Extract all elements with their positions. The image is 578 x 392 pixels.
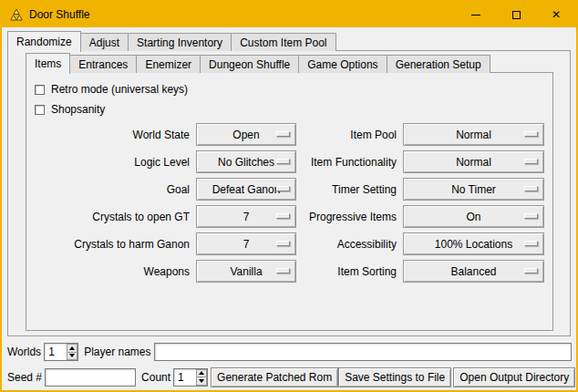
crystals-open-gt-dropdown[interactable]: 7 [196,205,296,228]
maximize-button[interactable] [496,2,536,27]
window-title: Door Shuffle [29,8,90,21]
world-state-value: Open [232,129,259,141]
spin-up-icon [199,371,204,375]
minimize-button[interactable] [456,2,496,27]
seed-row: Seed # Count Generate Patched Rom Save S… [7,366,572,387]
app-icon [9,7,24,22]
count-spin-down-button[interactable] [196,377,207,386]
tab-adjust[interactable]: Adjust [80,33,129,51]
count-spinbox [173,368,208,387]
checkbox-box [35,85,45,95]
item-pool-dropdown[interactable]: Normal [403,123,544,146]
timer-setting-dropdown[interactable]: No Timer [403,178,544,201]
count-label: Count [141,371,170,384]
world-state-label: World State [35,129,190,141]
weapons-label: Weapons [35,265,190,278]
retro-mode-label: Retro mode (universal keys) [51,83,188,96]
progressive-items-value: On [466,211,480,223]
worlds-label: Worlds [7,346,41,358]
item-pool-label: Item Pool [303,129,397,141]
goal-value: Defeat Ganon [212,183,281,196]
crystals-harm-ganon-dropdown[interactable]: 7 [196,232,296,255]
crystals-open-gt-value: 7 [243,211,250,223]
titlebar: Door Shuffle ✕ [2,2,576,27]
spin-down-icon [199,379,204,383]
accessibility-value: 100% Locations [435,238,512,251]
close-button[interactable]: ✕ [536,2,576,27]
dropdown-indicator [524,159,538,164]
dropdown-indicator [524,268,538,273]
accessibility-label: Accessibility [303,238,397,251]
progressive-items-label: Progressive Items [303,211,397,223]
crystals-harm-ganon-value: 7 [243,238,250,251]
spin-buttons [67,344,77,360]
item-functionality-label: Item Functionality [303,156,397,169]
logic-level-dropdown[interactable]: No Glitches [196,150,296,173]
player-names-input[interactable] [154,343,573,361]
item-functionality-dropdown[interactable]: Normal [403,150,544,173]
goal-label: Goal [35,183,190,196]
tab-custom-item-pool[interactable]: Custom Item Pool [231,33,335,51]
timer-setting-label: Timer Setting [303,183,397,196]
item-functionality-value: Normal [456,156,491,169]
weapons-value: Vanilla [230,265,262,278]
seed-input[interactable] [45,368,136,387]
open-output-directory-button[interactable]: Open Output Directory [453,367,575,387]
dropdown-indicator [524,241,538,246]
dropdown-indicator [276,241,290,246]
tab-starting-inventory[interactable]: Starting Inventory [128,33,232,51]
window-controls: ✕ [456,2,576,27]
main-tab-bar: Randomize Adjust Starting Inventory Cust… [7,31,335,51]
accessibility-dropdown[interactable]: 100% Locations [403,232,544,255]
client-area: Randomize Adjust Starting Inventory Cust… [2,27,576,390]
seed-label: Seed # [7,371,42,384]
subtab-enemizer[interactable]: Enemizer [136,55,201,73]
retro-mode-checkbox[interactable]: Retro mode (universal keys) [35,79,544,99]
item-sorting-dropdown[interactable]: Balanced [403,260,544,283]
item-pool-value: Normal [456,129,491,141]
timer-setting-value: No Timer [451,183,496,196]
logic-level-label: Logic Level [35,156,190,169]
worlds-spinbox [44,343,78,361]
subtab-entrances[interactable]: Entrances [69,55,137,73]
subtab-game-options[interactable]: Game Options [298,55,387,73]
spin-up-icon [69,346,75,350]
dropdown-indicator [276,186,290,191]
logic-level-value: No Glitches [218,156,274,169]
subtab-generation-setup[interactable]: Generation Setup [387,55,490,73]
goal-dropdown[interactable]: Defeat Ganon [196,178,296,201]
subtab-items[interactable]: Items [26,53,70,74]
items-panel: Retro mode (universal keys) Shopsanity W… [26,72,553,331]
weapons-dropdown[interactable]: Vanilla [196,260,296,283]
progressive-items-dropdown[interactable]: On [403,205,544,228]
door-shuffle-window: Door Shuffle ✕ Randomize Adjust Starting… [0,0,578,392]
generate-patched-rom-button[interactable]: Generate Patched Rom [211,367,338,387]
shopsanity-checkbox[interactable]: Shopsanity [35,99,544,119]
dropdown-indicator [276,268,290,273]
dropdown-indicator [524,131,538,137]
worlds-spin-down-button[interactable] [67,353,77,361]
crystals-harm-ganon-label: Crystals to harm Ganon [35,238,190,251]
save-settings-button[interactable]: Save Settings to File [338,367,451,387]
tab-randomize[interactable]: Randomize [7,31,81,52]
randomize-panel: Items Entrances Enemizer Dungeon Shuffle… [7,50,571,336]
count-spin-up-button[interactable] [196,369,207,378]
close-icon: ✕ [552,9,561,20]
player-names-label: Player names [84,346,150,358]
item-sorting-label: Item Sorting [303,265,397,278]
spin-down-icon [69,354,75,357]
worlds-row: Worlds Player names [7,342,572,362]
crystals-open-gt-label: Crystals to open GT [35,211,190,223]
sub-tab-bar: Items Entrances Enemizer Dungeon Shuffle… [26,53,490,73]
maximize-icon [512,11,521,19]
dropdown-indicator [276,213,290,219]
worlds-spin-up-button[interactable] [67,344,77,353]
dropdown-indicator [276,159,290,164]
world-state-dropdown[interactable]: Open [196,123,296,146]
item-sorting-value: Balanced [450,265,496,278]
spin-buttons [196,369,207,386]
dropdown-indicator [524,213,538,219]
subtab-dungeon-shuffle[interactable]: Dungeon Shuffle [200,55,299,73]
shopsanity-label: Shopsanity [51,103,105,116]
minimize-icon [471,15,480,15]
